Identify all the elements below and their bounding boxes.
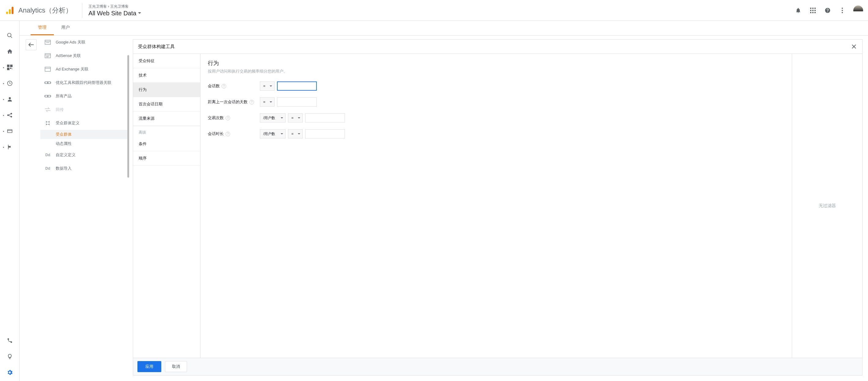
sub-dynamic-attributes[interactable]: 动态属性 (40, 139, 127, 148)
cat-conditions[interactable]: 条件 (133, 137, 200, 151)
product-logo[interactable]: Analytics（分析） (5, 5, 72, 15)
per-select-duration[interactable]: /用户数 (260, 129, 285, 139)
nav-acquisition[interactable]: ▸ (2, 108, 17, 122)
cat-technology[interactable]: 技术 (133, 68, 200, 83)
help-button[interactable] (822, 4, 834, 17)
settings-all-products[interactable]: 所有产品 (40, 89, 127, 103)
help-icon[interactable]: ? (249, 100, 254, 105)
form-section-desc: 按用户访问和执行交易的频率细分您的用户。 (208, 68, 784, 74)
nav-customization[interactable]: ▸ + (2, 60, 17, 75)
svg-rect-2 (12, 7, 13, 14)
apply-button[interactable]: 应用 (137, 361, 161, 372)
operator-select-transactions[interactable]: = (288, 113, 303, 122)
nav-realtime[interactable]: ▸ (2, 76, 17, 91)
settings-label: 数据导入 (56, 166, 72, 171)
account-selector[interactable]: 王光卫博客 › 王光卫博客 All Web Site Data (82, 3, 792, 18)
nav-discover[interactable] (2, 349, 17, 364)
cat-behavior[interactable]: 行为 (133, 83, 200, 97)
lightbulb-icon (7, 353, 13, 359)
link-box-icon (44, 65, 52, 73)
gear-icon (6, 369, 13, 376)
close-button[interactable] (850, 43, 857, 50)
svg-text:+: + (11, 67, 12, 70)
settings-ad-exchange[interactable]: Ad Exchange 关联 (40, 62, 127, 76)
help-icon[interactable]: ? (225, 116, 230, 120)
home-icon (7, 49, 13, 55)
settings-custom-definitions[interactable]: Dd 自定义定义 (40, 148, 127, 162)
nav-attribution[interactable] (2, 333, 17, 348)
nav-admin[interactable] (2, 365, 17, 380)
svg-line-28 (8, 115, 10, 116)
more-vert-icon (842, 8, 843, 13)
svg-rect-4 (812, 8, 813, 9)
settings-postback[interactable]: 回传 (40, 103, 127, 116)
postback-icon (44, 106, 52, 113)
notifications-button[interactable] (792, 4, 804, 17)
cat-first-session[interactable]: 首次会话日期 (133, 97, 200, 112)
view-selector[interactable]: All Web Site Data (89, 10, 792, 17)
settings-label: 受众群体定义 (56, 120, 80, 126)
row-transactions: 交易次数 ? /用户数 = (208, 113, 784, 122)
breadcrumb-account: 王光卫博客 (89, 4, 107, 8)
analytics-logo-icon (5, 5, 15, 15)
no-filter-text: 无过滤器 (819, 203, 836, 209)
per-select-transactions[interactable]: /用户数 (260, 113, 285, 122)
share-icon (7, 112, 13, 118)
svg-rect-29 (7, 129, 12, 133)
settings-audience-definitions[interactable]: 受众群体定义 (40, 116, 127, 130)
settings-adsense[interactable]: AdSense 关联 (40, 49, 127, 62)
cat-demographics[interactable]: 受众特征 (133, 54, 200, 68)
operator-select-sessions[interactable]: = (260, 82, 275, 91)
user-avatar[interactable] (853, 5, 863, 15)
row-sessions: 会话数 ? = (208, 82, 784, 91)
filter-preview-pane: 无过滤器 (792, 54, 862, 358)
input-sessions[interactable] (277, 82, 317, 91)
svg-point-31 (8, 339, 8, 339)
svg-line-27 (8, 114, 10, 115)
svg-rect-18 (10, 65, 12, 67)
operator-select-days[interactable]: = (260, 97, 275, 107)
settings-optimize[interactable]: 优化工具和跟踪代码管理器关联 (40, 76, 127, 89)
search-button[interactable] (2, 28, 17, 43)
svg-rect-0 (6, 12, 8, 14)
apps-button[interactable] (807, 4, 819, 17)
cat-sequences[interactable]: 顺序 (133, 151, 200, 166)
svg-rect-10 (812, 12, 813, 13)
nav-conversions[interactable]: ▸ (2, 140, 17, 154)
operator-select-duration[interactable]: = (288, 129, 303, 139)
cancel-button[interactable]: 取消 (165, 361, 187, 372)
property-settings-list: Google Ads 关联 AdSense 关联 Ad Exchange 关联 … (40, 35, 129, 381)
cat-traffic-sources[interactable]: 流量来源 (133, 112, 200, 126)
close-icon (852, 45, 856, 49)
tab-user[interactable]: 用户 (54, 21, 77, 35)
sub-audiences[interactable]: 受众群体 (40, 130, 127, 139)
svg-point-23 (8, 97, 11, 99)
view-name: All Web Site Data (89, 10, 136, 17)
settings-google-ads[interactable]: Google Ads 关联 (40, 35, 127, 49)
input-transactions[interactable] (305, 113, 345, 122)
input-days-since[interactable] (277, 97, 317, 107)
svg-rect-17 (7, 65, 9, 67)
nav-home[interactable] (2, 44, 17, 59)
settings-data-import[interactable]: Dd 数据导入 (40, 162, 127, 175)
settings-label: Ad Exchange 关联 (56, 66, 89, 72)
svg-rect-19 (7, 68, 9, 70)
help-icon[interactable]: ? (222, 84, 226, 89)
label-text: 会话数 (208, 83, 220, 89)
breadcrumb-property: 王光卫博客 (110, 4, 128, 8)
nav-behavior[interactable]: ▸ (2, 124, 17, 139)
chevron-down-icon (138, 12, 141, 14)
settings-label: 优化工具和跟踪代码管理器关联 (56, 80, 112, 85)
input-session-duration[interactable] (305, 129, 345, 139)
form-section-title: 行为 (208, 59, 784, 67)
help-icon[interactable]: ? (225, 132, 230, 136)
tab-admin[interactable]: 管理 (31, 21, 54, 35)
search-icon (7, 32, 13, 38)
dd-icon: Dd (44, 165, 52, 172)
scrollbar[interactable] (127, 55, 129, 178)
back-button[interactable] (26, 39, 37, 50)
svg-point-15 (7, 33, 11, 37)
nav-audience[interactable]: ▸ (2, 92, 17, 107)
link-box-icon (44, 38, 52, 46)
more-button[interactable] (836, 4, 848, 17)
